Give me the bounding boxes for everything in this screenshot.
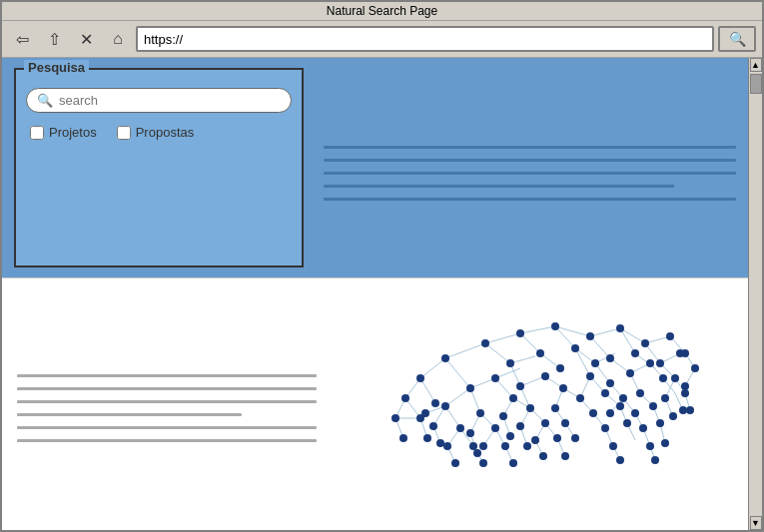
svg-point-114 bbox=[591, 359, 599, 367]
top-text-line-3 bbox=[324, 172, 736, 175]
svg-point-144 bbox=[601, 389, 609, 397]
graph-nodes bbox=[391, 322, 699, 467]
svg-point-135 bbox=[526, 404, 534, 412]
svg-point-101 bbox=[516, 329, 524, 337]
svg-point-127 bbox=[421, 409, 429, 417]
svg-line-20 bbox=[495, 378, 513, 398]
svg-point-185 bbox=[656, 419, 664, 427]
search-input-wrapper: 🔍 bbox=[26, 88, 292, 113]
svg-point-176 bbox=[571, 434, 579, 442]
svg-point-186 bbox=[661, 439, 669, 447]
svg-point-173 bbox=[541, 419, 549, 427]
svg-point-110 bbox=[491, 374, 499, 382]
browser-search-button[interactable]: 🔍 bbox=[718, 26, 756, 52]
propostas-label: Propostas bbox=[136, 125, 195, 140]
svg-point-125 bbox=[431, 399, 439, 407]
svg-line-11 bbox=[620, 328, 645, 343]
projetos-checkbox[interactable] bbox=[30, 126, 44, 140]
svg-point-189 bbox=[436, 439, 444, 447]
svg-point-167 bbox=[501, 442, 509, 450]
search-input[interactable] bbox=[59, 93, 239, 108]
svg-point-126 bbox=[441, 402, 449, 410]
bottom-line-5 bbox=[17, 426, 317, 429]
bottom-line-2 bbox=[17, 387, 317, 390]
svg-line-8 bbox=[555, 326, 575, 348]
svg-point-142 bbox=[576, 394, 584, 402]
svg-point-181 bbox=[623, 419, 631, 427]
back-button[interactable]: ⇦ bbox=[8, 25, 36, 53]
svg-line-23 bbox=[520, 376, 545, 386]
svg-point-171 bbox=[531, 436, 539, 444]
scrollbar-thumb[interactable] bbox=[750, 74, 762, 94]
svg-point-180 bbox=[616, 456, 624, 464]
svg-line-0 bbox=[445, 343, 485, 358]
svg-line-27 bbox=[575, 348, 590, 376]
svg-line-4 bbox=[485, 343, 510, 363]
address-bar[interactable] bbox=[136, 26, 714, 52]
svg-line-1 bbox=[445, 358, 470, 388]
svg-point-149 bbox=[631, 409, 639, 417]
bottom-right bbox=[337, 298, 733, 518]
svg-point-170 bbox=[523, 442, 531, 450]
svg-point-131 bbox=[466, 429, 474, 437]
top-right-content bbox=[324, 68, 736, 267]
home-icon: ⌂ bbox=[113, 30, 123, 48]
svg-line-10 bbox=[590, 336, 610, 358]
svg-point-130 bbox=[476, 409, 484, 417]
stop-button[interactable]: ✕ bbox=[72, 25, 100, 53]
svg-point-122 bbox=[401, 394, 409, 402]
scroll-up-button[interactable]: ▲ bbox=[750, 58, 762, 72]
pesquisa-legend: Pesquisa bbox=[24, 60, 89, 75]
svg-point-106 bbox=[666, 332, 674, 340]
svg-point-132 bbox=[509, 394, 517, 402]
svg-line-7 bbox=[555, 326, 590, 336]
scroll-down-button[interactable]: ▼ bbox=[750, 516, 762, 530]
top-section: Pesquisa 🔍 Projetos Propostas bbox=[2, 58, 748, 277]
svg-point-182 bbox=[639, 424, 647, 432]
svg-point-150 bbox=[636, 389, 644, 397]
svg-point-187 bbox=[399, 434, 407, 442]
propostas-checkbox-label[interactable]: Propostas bbox=[117, 125, 195, 140]
svg-line-17 bbox=[470, 388, 480, 413]
bottom-line-6 bbox=[17, 439, 317, 442]
title-bar: Natural Search Page bbox=[2, 2, 762, 21]
svg-line-3 bbox=[485, 333, 520, 343]
search-icon: 🔍 bbox=[729, 31, 746, 47]
svg-point-153 bbox=[661, 394, 669, 402]
forward-button[interactable]: ⇧ bbox=[40, 25, 68, 53]
page-area: Pesquisa 🔍 Projetos Propostas bbox=[2, 58, 748, 530]
svg-point-119 bbox=[656, 359, 664, 367]
home-button[interactable]: ⌂ bbox=[104, 25, 132, 53]
svg-point-172 bbox=[539, 452, 547, 460]
svg-point-165 bbox=[473, 449, 481, 457]
top-text-line-2 bbox=[324, 159, 736, 162]
svg-point-100 bbox=[481, 339, 489, 347]
browser-content: Pesquisa 🔍 Projetos Propostas bbox=[2, 58, 762, 530]
svg-point-115 bbox=[606, 354, 614, 362]
page-title: Natural Search Page bbox=[327, 4, 437, 18]
svg-point-145 bbox=[606, 379, 614, 387]
svg-point-121 bbox=[416, 374, 424, 382]
svg-point-175 bbox=[561, 452, 569, 460]
svg-point-120 bbox=[671, 374, 679, 382]
svg-point-161 bbox=[451, 459, 459, 467]
svg-point-151 bbox=[649, 402, 657, 410]
network-graph bbox=[366, 298, 705, 518]
projetos-checkbox-label[interactable]: Projetos bbox=[30, 125, 97, 140]
bottom-section bbox=[2, 277, 748, 530]
svg-point-166 bbox=[491, 424, 499, 432]
svg-point-169 bbox=[506, 432, 514, 440]
svg-point-116 bbox=[626, 369, 634, 377]
scrollbar-y: ▲ ▼ bbox=[748, 58, 762, 530]
svg-point-164 bbox=[479, 459, 487, 467]
svg-point-99 bbox=[441, 354, 449, 362]
bottom-line-4 bbox=[17, 413, 242, 416]
svg-point-162 bbox=[469, 442, 477, 450]
svg-point-143 bbox=[586, 372, 594, 380]
svg-point-103 bbox=[586, 332, 594, 340]
pesquisa-box: Pesquisa 🔍 Projetos Propostas bbox=[14, 68, 304, 267]
propostas-checkbox[interactable] bbox=[117, 126, 131, 140]
svg-point-157 bbox=[681, 389, 689, 397]
svg-point-105 bbox=[641, 339, 649, 347]
svg-point-134 bbox=[516, 382, 524, 390]
